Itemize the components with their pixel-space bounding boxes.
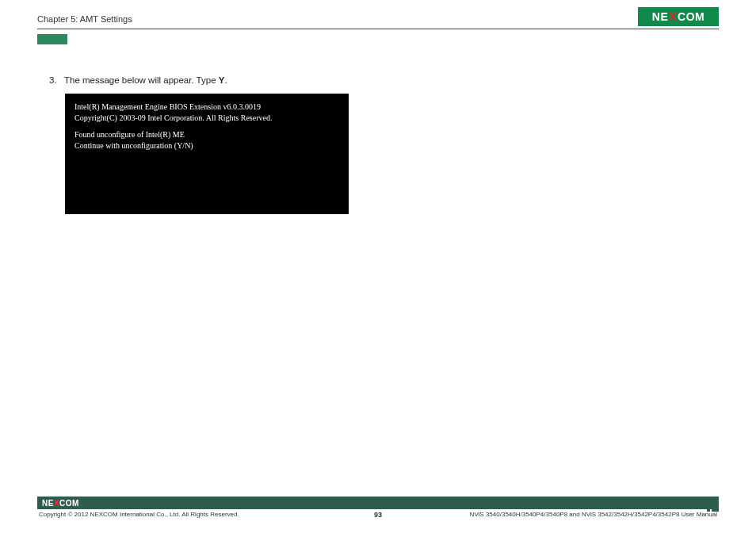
manual-title: NViS 3540/3540H/3540P4/3540P8 and NViS 3… <box>470 511 717 518</box>
nexcom-logo-footer: NEXCOM <box>42 499 79 508</box>
nexcom-logo-top: NEXCOM <box>638 7 719 26</box>
footer-bar: NEXCOM <box>37 497 719 509</box>
step-number: 3. <box>49 75 57 85</box>
footer-decoration-icon <box>703 497 719 509</box>
chapter-title: Chapter 5: AMT Settings <box>37 14 132 24</box>
terminal-line-1: Intel(R) Management Engine BIOS Extensio… <box>74 102 339 113</box>
logo-part-1: NE <box>652 10 668 23</box>
header-rule <box>37 29 719 29</box>
section-tab <box>37 34 67 44</box>
footer-text-row: Copyright © 2012 NEXCOM International Co… <box>37 511 719 522</box>
step-3-instruction: 3. The message below will appear. Type Y… <box>49 75 227 85</box>
terminal-line-4: Continue with unconfiguration (Y/N) <box>74 140 339 151</box>
terminal-line-3: Found unconfigure of Intel(R) ME <box>74 129 339 140</box>
step-text-after: . <box>224 75 227 85</box>
bios-terminal-screenshot: Intel(R) Management Engine BIOS Extensio… <box>65 94 349 214</box>
terminal-line-2: Copyright(C) 2003-09 Intel Corporation. … <box>74 113 339 124</box>
logo-part-2: COM <box>678 10 704 23</box>
footer-logo-part-x: X <box>54 499 59 508</box>
footer-logo-part-1: NE <box>42 499 54 508</box>
page-number: 93 <box>374 511 382 519</box>
footer-logo-part-2: COM <box>59 499 79 508</box>
logo-part-x: X <box>669 10 677 23</box>
step-text-before: The message below will appear. Type <box>64 75 219 85</box>
copyright-text: Copyright © 2012 NEXCOM International Co… <box>39 511 239 518</box>
